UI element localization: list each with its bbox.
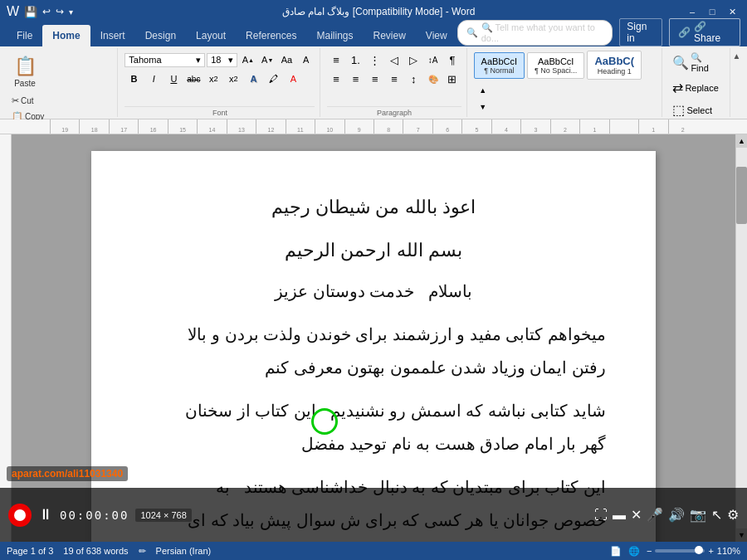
- highlight-button[interactable]: 🖍: [264, 71, 282, 87]
- doc-line-7: گهر بار امام صادق هست به نام توحید مفضل: [141, 429, 606, 459]
- line-spacing-button[interactable]: ↕: [405, 71, 422, 87]
- view-print-icon[interactable]: 📄: [610, 546, 622, 557]
- tab-view[interactable]: View: [416, 25, 457, 46]
- share-label: 🔗 Share: [694, 21, 731, 44]
- style-h1-label: Heading 1: [594, 67, 634, 75]
- view-web-icon[interactable]: 🌐: [628, 546, 640, 557]
- zoom-slider[interactable]: [655, 549, 705, 553]
- sort-button[interactable]: ↕A: [424, 51, 442, 68]
- numbering-button[interactable]: 1.: [347, 51, 364, 68]
- right-scrollbar[interactable]: ▲ ▼: [735, 134, 747, 542]
- maximize-button[interactable]: □: [704, 5, 720, 18]
- tab-insert[interactable]: Insert: [90, 25, 135, 46]
- increase-indent-button[interactable]: ▷: [405, 51, 422, 68]
- minimize-video-icon[interactable]: ▬: [613, 508, 626, 523]
- zoom-bar: − + 110%: [647, 546, 740, 556]
- case-button[interactable]: Aa: [278, 51, 295, 68]
- text-effects-button[interactable]: A: [244, 71, 262, 87]
- bold-button[interactable]: B: [124, 71, 143, 87]
- paragraph-content: ≡ 1. ⋮ ◁ ▷ ↕A ¶ ≡ ≡ ≡ ≡ ↕ 🎨 ⊞: [327, 51, 461, 105]
- tab-review[interactable]: Review: [363, 25, 415, 46]
- ruler-mark: 1: [579, 119, 608, 134]
- tab-references[interactable]: References: [236, 25, 306, 46]
- paste-button[interactable]: 📋 Paste: [8, 51, 42, 92]
- font-name-row: Tahoma ▾ 18 ▾ A▲ A▼ Aa A: [124, 51, 315, 68]
- find-button[interactable]: 🔍 🔍 Find: [669, 51, 725, 75]
- scroll-up-button[interactable]: ▲: [736, 134, 747, 148]
- font-name-dropdown[interactable]: Tahoma ▾: [124, 53, 205, 67]
- italic-button[interactable]: I: [144, 71, 163, 87]
- fullscreen-icon[interactable]: ⛶: [594, 508, 608, 523]
- save-icon[interactable]: 💾: [24, 6, 37, 18]
- show-marks-button[interactable]: ¶: [443, 51, 461, 68]
- window-title: وبلاگ امام صادق [Compatibility Mode] - W…: [73, 6, 684, 17]
- scroll-track[interactable]: [736, 148, 747, 528]
- share-icon: 🔗: [678, 27, 691, 38]
- align-right-button[interactable]: ≡: [366, 71, 383, 87]
- speaker-icon[interactable]: 🔊: [668, 507, 685, 523]
- clear-formatting-button[interactable]: A: [297, 51, 315, 68]
- grow-font-button[interactable]: A▲: [239, 51, 256, 68]
- superscript-button[interactable]: x2: [224, 71, 242, 87]
- settings-icon[interactable]: ⚙: [727, 507, 739, 523]
- document-page[interactable]: اعوذ بالله من شیطان رجیم بسم الله ارحمن …: [91, 151, 656, 542]
- bullets-button[interactable]: ≡: [327, 51, 344, 68]
- ruler-mark: 11: [286, 119, 315, 134]
- ruler-mark: 1: [638, 119, 667, 134]
- tab-layout[interactable]: Layout: [186, 25, 236, 46]
- font-size-dropdown[interactable]: 18 ▾: [207, 53, 237, 67]
- borders-button[interactable]: ⊞: [443, 71, 461, 87]
- font-color-button[interactable]: A: [284, 71, 302, 87]
- ribbon-bar: 📋 Paste ✂ Cut 📋 Copy 🖌 Format Painter: [0, 46, 747, 119]
- shading-button[interactable]: 🎨: [424, 71, 442, 87]
- cut-button[interactable]: ✂ Cut: [8, 94, 81, 108]
- tab-mailings[interactable]: Mailings: [306, 25, 363, 46]
- style-no-spacing[interactable]: AaBbCcI ¶ No Spaci...: [527, 52, 584, 79]
- align-left-button[interactable]: ≡: [327, 71, 344, 87]
- style-nospacing-label: ¶ No Spaci...: [535, 66, 577, 75]
- share-button[interactable]: 🔗 🔗 Share: [669, 18, 740, 46]
- pause-button[interactable]: ⏸: [38, 506, 53, 523]
- ruler-mark: 3: [520, 119, 549, 134]
- ruler: 19 18 17 16 15 14 13 12 11 10 9 8 7 6 5 …: [0, 119, 747, 134]
- scroll-thumb[interactable]: [736, 167, 747, 224]
- edit-mode-icon: ✏: [139, 546, 146, 557]
- justify-button[interactable]: ≡: [385, 71, 403, 87]
- center-button[interactable]: ≡: [347, 71, 364, 87]
- camera-icon[interactable]: 📷: [690, 507, 706, 523]
- close-button[interactable]: ✕: [724, 5, 740, 18]
- close-video-icon[interactable]: ✕: [631, 507, 642, 523]
- tab-file[interactable]: File: [7, 25, 42, 46]
- tab-home[interactable]: Home: [42, 25, 90, 46]
- styles-up-button[interactable]: ▲: [474, 82, 492, 99]
- tab-design[interactable]: Design: [135, 25, 186, 46]
- dropdown-chevron: ▾: [196, 55, 201, 66]
- cursor-icon[interactable]: ↖: [711, 507, 722, 523]
- style-normal[interactable]: AaBbCcI ¶ Normal: [474, 52, 525, 79]
- select-button[interactable]: ⬚ Select: [669, 100, 715, 119]
- paste-icon: 📋: [14, 56, 37, 77]
- shrink-font-button[interactable]: A▼: [259, 51, 276, 68]
- styles-down-button[interactable]: ▼: [474, 99, 492, 115]
- font-content: Tahoma ▾ 18 ▾ A▲ A▼ Aa A B I U ab: [124, 51, 315, 105]
- tell-me-search[interactable]: 🔍 🔍 Tell me what you want to do...: [457, 20, 613, 46]
- undo-icon[interactable]: ↩: [42, 6, 51, 17]
- redo-icon[interactable]: ↪: [56, 6, 64, 17]
- paragraph-label: Paragraph: [327, 106, 461, 117]
- zoom-in-icon[interactable]: +: [708, 546, 713, 556]
- replace-button[interactable]: ⇄ Replace: [669, 78, 721, 97]
- minimize-button[interactable]: –: [684, 5, 701, 18]
- ribbon-collapse[interactable]: ▲: [732, 48, 744, 117]
- strikethrough-button[interactable]: abc: [184, 71, 203, 87]
- sign-in-button[interactable]: Sign in: [619, 18, 662, 46]
- record-button[interactable]: [8, 504, 32, 527]
- subscript-button[interactable]: x2: [204, 71, 222, 87]
- underline-button[interactable]: U: [164, 71, 183, 87]
- ruler-mark: [609, 119, 638, 134]
- decrease-indent-button[interactable]: ◁: [385, 51, 403, 68]
- mic-icon[interactable]: 🎤: [647, 507, 663, 523]
- style-heading1[interactable]: AaBbC( Heading 1: [587, 51, 642, 80]
- multilevel-list-button[interactable]: ⋮: [366, 51, 383, 68]
- zoom-out-icon[interactable]: −: [647, 546, 652, 556]
- watermark-logo: aparat.com/ali11031340: [7, 466, 128, 481]
